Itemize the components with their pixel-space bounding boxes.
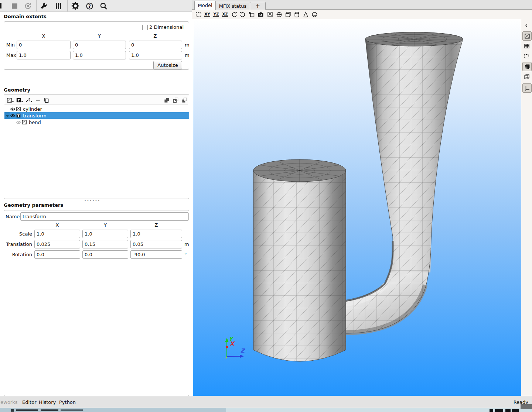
pause-icon[interactable] [0,3,1,8]
region-outline-button[interactable] [522,52,531,61]
geometry-visibility-button[interactable] [266,11,274,18]
xy-label: XY [204,12,210,17]
boolean-difference-button[interactable] [181,96,188,104]
toggle-mesh-button[interactable] [522,62,532,71]
scale-label: Scale [4,231,32,237]
tree-expander[interactable] [4,112,10,119]
view-yz-button[interactable]: YZ [212,11,220,18]
statusbar-tab-nodeworks[interactable]: deworks [0,396,17,408]
toggle-axes-button[interactable] [522,83,532,93]
visibility-eye-icon[interactable] [10,113,16,119]
add-geometry-button[interactable] [7,96,14,104]
settings-button[interactable] [71,1,80,10]
name-input[interactable] [20,212,189,221]
xmin-input[interactable] [17,41,71,49]
add-filter-button[interactable] [16,96,23,104]
boolean-union-button[interactable] [163,96,170,104]
xmax-input[interactable] [17,51,71,59]
view-xz-button[interactable]: XZ [221,11,229,18]
cylinder-shape-button[interactable] [293,11,300,18]
translation-x-input[interactable] [34,240,80,248]
gear-icon [71,2,79,10]
translation-y-input[interactable] [82,240,128,248]
collapse-panel-button[interactable] [522,21,531,30]
statusbar-tab-editor[interactable]: Editor [22,396,36,408]
two-dimensional-checkbox[interactable] [142,25,148,30]
rotate-left-button[interactable] [230,11,238,18]
min-label: Min [6,42,15,48]
copy-geometry-button[interactable] [42,96,50,104]
rotate-right-button[interactable] [239,11,246,18]
chevron-left-icon [524,23,529,28]
build-button[interactable] [39,1,48,10]
tree-item-transform[interactable]: transform [4,112,189,119]
reset-icon [24,2,32,10]
yz-label: YZ [213,12,219,17]
params-col-z: Z [155,222,158,228]
scale-x-input[interactable] [34,230,80,238]
rotation-x-input[interactable] [34,250,80,259]
visual-style-button[interactable] [311,11,318,18]
tree-item-label: bend [29,120,41,125]
boolean-intersect-button[interactable] [172,96,179,104]
wizard-button[interactable] [25,96,33,104]
two-dimensional-label: 2 Dimensional [149,24,184,30]
screenshot-button[interactable] [257,11,264,18]
minus-icon [35,97,41,103]
statusbar-tab-history[interactable]: History [39,396,56,408]
search-button[interactable] [99,1,108,10]
geometry-box: cylinder transform bend [4,94,189,199]
statusbar-tab-python[interactable]: Python [59,396,76,408]
domain-col-z: Z [154,33,157,39]
zmax-input[interactable] [129,51,182,59]
scale-y-input[interactable] [82,230,128,238]
stop-button[interactable] [10,1,19,10]
wireframe-button[interactable] [522,72,531,81]
tab-mfix-status[interactable]: MFiX status [215,2,250,10]
tab-add[interactable]: + [250,2,266,10]
toggle-geometry-button[interactable] [522,31,532,41]
rotation-unit: ° [184,252,187,257]
stl-icon [524,33,530,39]
status-bar: deworks Editor History Python Ready [0,396,532,408]
ymax-input[interactable] [73,51,126,59]
geometry-parameters-heading: Geometry parameters [4,202,63,208]
tab-model[interactable]: Model [194,1,216,10]
scale-z-input[interactable] [130,230,182,238]
autosize-button[interactable]: Autosize [153,61,182,69]
search-icon [100,2,108,10]
visibility-eye-icon[interactable] [10,106,16,112]
view-xy-button[interactable]: XY [204,11,211,18]
remove-geometry-button[interactable] [34,96,41,104]
xz-label: XZ [222,12,228,17]
rotate-ccw-icon [231,11,237,18]
union-icon [164,97,170,103]
cylinder-icon [294,11,300,18]
rotation-y-input[interactable] [82,250,128,259]
stop-icon [11,2,18,10]
camera-icon [258,11,264,18]
params-col-y: Y [104,222,107,228]
translation-z-input[interactable] [130,240,182,248]
reset-view-button[interactable] [195,11,202,18]
reset-button[interactable] [23,1,32,10]
max-unit: m [185,52,190,58]
box-shape-button[interactable] [284,11,291,18]
tree-item-cylinder[interactable]: cylinder [4,106,189,112]
eye-circle-icon [311,11,318,18]
viewport-3d[interactable]: Y X Z [193,19,521,396]
rotation-z-input[interactable] [130,250,182,259]
tree-item-bend[interactable]: bend [4,119,189,126]
origin-sphere-button[interactable] [275,11,283,18]
cone-shape-button[interactable] [302,11,309,18]
zmin-input[interactable] [129,41,182,49]
visibility-eye-off-icon[interactable] [16,120,21,125]
splitter-handle[interactable]: •••••• [84,199,100,202]
ymin-input[interactable] [73,41,126,49]
perspective-button[interactable] [248,11,255,18]
wand-icon [25,97,31,103]
tree-indent [4,119,16,126]
run-options-button[interactable] [54,1,63,10]
regions-table-button[interactable] [522,42,531,50]
help-button[interactable] [85,1,94,10]
